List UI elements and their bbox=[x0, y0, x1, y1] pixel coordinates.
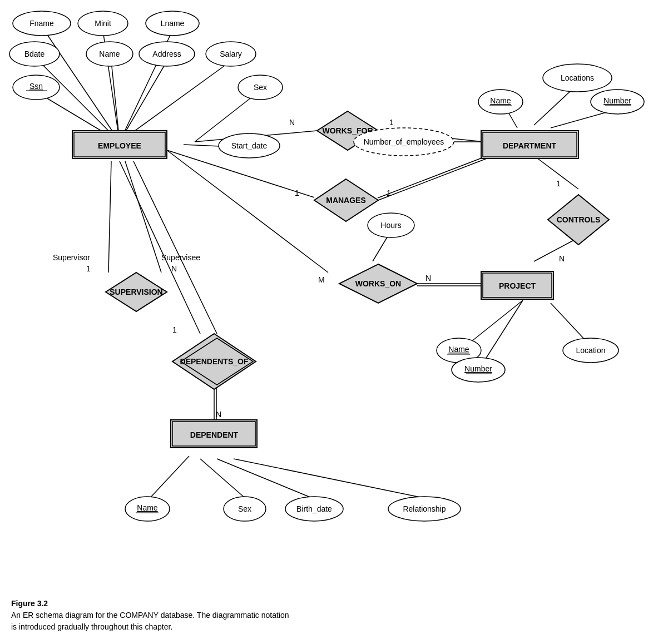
svg-text:Fname: Fname bbox=[29, 19, 54, 28]
figure-title: Figure 3.2 bbox=[11, 599, 48, 608]
svg-line-34 bbox=[150, 456, 189, 498]
caption-line1: An ER schema diagram for the COMPANY dat… bbox=[11, 611, 289, 620]
svg-line-22 bbox=[133, 161, 217, 334]
svg-text:Name: Name bbox=[448, 345, 469, 354]
svg-text:N: N bbox=[559, 254, 565, 263]
svg-text:Name: Name bbox=[490, 96, 511, 105]
svg-text:Bdate: Bdate bbox=[24, 49, 45, 58]
svg-text:N: N bbox=[171, 264, 177, 273]
svg-text:EMPLOYEE: EMPLOYEE bbox=[98, 141, 141, 150]
svg-line-11 bbox=[534, 86, 576, 125]
svg-line-17 bbox=[378, 156, 486, 198]
svg-text:Ssn: Ssn bbox=[29, 82, 43, 91]
svg-text:Birth_date: Birth_date bbox=[296, 504, 332, 513]
svg-line-6 bbox=[120, 61, 231, 142]
svg-line-3 bbox=[36, 58, 120, 142]
svg-text:Salary: Salary bbox=[220, 49, 242, 58]
svg-text:DEPENDENTS_OF: DEPENDENTS_OF bbox=[180, 357, 249, 366]
caption-line2: is introduced gradually throughout this … bbox=[11, 622, 172, 631]
svg-line-30 bbox=[484, 300, 523, 361]
svg-line-29 bbox=[467, 300, 523, 345]
svg-text:Start_date: Start_date bbox=[231, 141, 268, 150]
svg-text:Sex: Sex bbox=[238, 504, 251, 513]
svg-text:DEPARTMENT: DEPARTMENT bbox=[503, 141, 557, 150]
svg-text:Minit: Minit bbox=[95, 19, 111, 28]
svg-text:CONTROLS: CONTROLS bbox=[557, 215, 601, 224]
svg-text:DEPENDENT: DEPENDENT bbox=[190, 430, 239, 439]
svg-text:1: 1 bbox=[295, 189, 299, 197]
svg-text:Lname: Lname bbox=[161, 19, 185, 28]
svg-text:N: N bbox=[216, 410, 221, 419]
svg-text:Relationship: Relationship bbox=[403, 504, 446, 513]
svg-text:Hours: Hours bbox=[380, 221, 401, 230]
svg-text:1: 1 bbox=[172, 325, 177, 334]
svg-text:MANAGES: MANAGES bbox=[326, 196, 366, 205]
svg-line-16 bbox=[378, 158, 487, 200]
svg-text:Supervisor: Supervisor bbox=[53, 253, 90, 262]
figure-caption: Figure 3.2 An ER schema diagram for the … bbox=[11, 598, 289, 633]
svg-text:1: 1 bbox=[387, 189, 391, 197]
svg-line-24 bbox=[373, 234, 389, 261]
svg-line-20 bbox=[125, 161, 161, 273]
svg-text:Supervisee: Supervisee bbox=[161, 253, 200, 262]
svg-text:SUPERVISION: SUPERVISION bbox=[110, 288, 162, 296]
svg-line-36 bbox=[217, 459, 311, 498]
svg-text:1: 1 bbox=[389, 118, 394, 127]
svg-line-5 bbox=[120, 61, 167, 142]
svg-text:Number: Number bbox=[603, 96, 631, 105]
svg-line-19 bbox=[108, 161, 111, 273]
svg-text:Number: Number bbox=[464, 364, 492, 373]
svg-line-27 bbox=[534, 239, 576, 261]
svg-text:Name: Name bbox=[99, 49, 120, 58]
svg-text:Location: Location bbox=[576, 346, 606, 355]
svg-text:1: 1 bbox=[86, 264, 91, 273]
svg-text:PROJECT: PROJECT bbox=[499, 281, 536, 290]
svg-text:N: N bbox=[425, 274, 431, 283]
svg-text:Sex: Sex bbox=[254, 83, 267, 92]
svg-text:Locations: Locations bbox=[561, 73, 594, 82]
svg-text:Address: Address bbox=[152, 49, 181, 58]
svg-text:N: N bbox=[289, 118, 295, 127]
svg-text:WORKS_ON: WORKS_ON bbox=[355, 279, 401, 288]
svg-text:Name: Name bbox=[137, 503, 158, 512]
svg-text:Number_of_employees: Number_of_employees bbox=[364, 137, 444, 146]
svg-text:1: 1 bbox=[556, 179, 561, 188]
svg-line-4 bbox=[111, 61, 120, 142]
svg-text:M: M bbox=[318, 275, 325, 284]
er-diagram: text { font-family: Arial, sans-serif; f… bbox=[0, 0, 668, 601]
svg-line-35 bbox=[200, 459, 245, 498]
svg-line-37 bbox=[234, 459, 423, 498]
